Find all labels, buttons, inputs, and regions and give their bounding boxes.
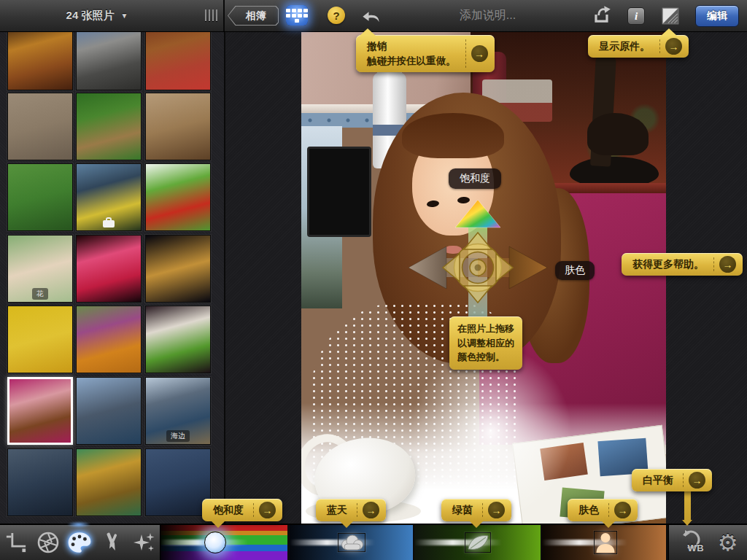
thumbnail-girl-portrait[interactable]: [7, 377, 73, 445]
drag-instruction-line3: 颜色控制。: [457, 350, 514, 365]
skin-tone-slider-thumb[interactable]: [594, 531, 617, 554]
effects-tool-button[interactable]: [130, 528, 158, 557]
thumbnail-window-flower[interactable]: [76, 163, 142, 231]
caption-field[interactable]: 添加说明...: [413, 0, 562, 31]
callout-next-button[interactable]: →: [665, 38, 682, 55]
thumbnail-grid: 花海边: [0, 31, 225, 524]
drag-instruction-line2: 以调整相应的: [457, 336, 514, 351]
thumbnail-green-tree[interactable]: [7, 163, 73, 231]
color-tool-button[interactable]: [66, 528, 93, 557]
photo-bangs: [402, 113, 504, 158]
callout-next-button[interactable]: →: [614, 502, 631, 518]
thumbnail-leaf-on-grass[interactable]: [76, 93, 142, 160]
thumbnail-grid-toggle-button[interactable]: [286, 5, 308, 26]
palette-icon: [66, 531, 93, 554]
thumbnail-sea-storm-clouds[interactable]: [76, 377, 142, 445]
slider-saturation[interactable]: [160, 525, 287, 560]
thumbnail-night-building[interactable]: [145, 235, 211, 303]
thumbnail-rocky-shore[interactable]: [7, 448, 73, 516]
thumbnail-red-leaves[interactable]: [145, 163, 211, 231]
bottom-toolbar: WB ⚙: [0, 524, 747, 560]
callout-next-button[interactable]: →: [719, 256, 736, 273]
white-balance-callout-stem: [684, 489, 691, 520]
callout-pointer: [469, 521, 484, 528]
undo-button[interactable]: [361, 6, 382, 25]
white-balance-button[interactable]: WB: [678, 529, 708, 556]
undo-callout: 撤销 触碰并按住以重做。 →: [356, 35, 495, 72]
show-original-callout-text: 显示原件。: [595, 39, 654, 53]
sidebar-resize-handle[interactable]: [204, 9, 218, 21]
brushes-tool-button[interactable]: [98, 528, 125, 557]
slider-skin-tone[interactable]: [542, 525, 666, 560]
brushes-icon: [99, 531, 124, 554]
cloud-icon: [338, 534, 365, 551]
leaf-icon: [465, 533, 490, 552]
greenery-slider-thumb[interactable]: [465, 532, 491, 553]
edit-button[interactable]: 编辑: [695, 5, 739, 27]
thumbnail-red-bus[interactable]: [145, 31, 211, 90]
top-toolbar: 24 张照片 ▼ 相簿 ? 添加说明... i: [0, 0, 747, 32]
crop-tool-button[interactable]: [2, 528, 30, 557]
back-to-albums-button[interactable]: 相簿: [228, 6, 279, 26]
thumbnail-lakeside[interactable]: 海边: [145, 377, 211, 445]
crop-icon: [5, 532, 27, 553]
drag-instruction-callout: 在照片上拖移 以调整相应的 颜色控制。: [449, 316, 522, 370]
thumbnail-yellow-flowers[interactable]: [7, 306, 73, 373]
show-original-button[interactable]: [660, 5, 681, 27]
thumbnail-mannequins[interactable]: [145, 93, 211, 160]
exposure-icon: [36, 531, 60, 554]
blue-sky-slider-thumb[interactable]: [338, 533, 365, 552]
show-original-callout: 显示原件。 →: [588, 35, 689, 58]
saturation-callout: 饱和度 →: [202, 499, 282, 521]
drag-compass-icon: [443, 233, 513, 303]
thumbnail-white-flower-vase[interactable]: [145, 306, 211, 373]
white-balance-callout: 白平衡 →: [632, 469, 712, 491]
iphoto-edit-screen: 24 张照片 ▼ 相簿 ? 添加说明... i: [0, 0, 747, 560]
thumbnail-storm-towers[interactable]: [145, 448, 211, 516]
thumbnail-flower-bud[interactable]: 花: [7, 235, 73, 303]
callout-next-button[interactable]: →: [488, 502, 505, 518]
photo-count-dropdown[interactable]: 24 张照片 ▼: [13, 0, 181, 31]
more-help-callout-text: 获得更多帮助。: [628, 257, 708, 271]
thumbnail-label: 海边: [166, 430, 190, 442]
thumbnail-pink-flower[interactable]: [76, 235, 142, 303]
saturation-callout-text: 饱和度: [209, 503, 248, 517]
thumbnail-stone-building[interactable]: [7, 93, 73, 160]
chevron-down-icon: ▼: [120, 12, 128, 20]
skin-arrow-head: [509, 246, 547, 289]
skin-tone-callout: 肤色 →: [568, 499, 638, 521]
info-button[interactable]: i: [627, 7, 645, 25]
thumbnail-flower-terraces[interactable]: [76, 306, 142, 373]
photo-count-label: 24 张照片: [66, 9, 115, 23]
tool-group: [0, 525, 160, 560]
callout-next-button[interactable]: →: [363, 502, 379, 518]
thumbnail-label: 花: [32, 288, 48, 300]
back-button-label: 相簿: [228, 7, 278, 25]
callout-next-button[interactable]: →: [471, 45, 488, 62]
thumbnail-samurai-armor[interactable]: [76, 448, 142, 516]
help-button[interactable]: ?: [328, 7, 345, 24]
slider-blue-sky[interactable]: [290, 525, 413, 560]
exposure-tool-button[interactable]: [34, 528, 62, 557]
show-original-icon: [660, 5, 681, 27]
left-arrow-head: [409, 246, 446, 289]
share-button[interactable]: [591, 4, 613, 26]
gear-icon[interactable]: ⚙: [718, 532, 738, 554]
white-balance-panel: WB ⚙: [668, 525, 747, 560]
callout-next-button[interactable]: →: [689, 472, 705, 489]
skin-tone-callout-text: 肤色: [574, 503, 603, 517]
greenery-callout: 绿茵 →: [441, 499, 511, 521]
callout-next-button[interactable]: →: [259, 502, 276, 518]
slider-greenery[interactable]: [414, 525, 541, 560]
thumbnail-blackbird[interactable]: [76, 31, 142, 90]
callout-pointer: [339, 521, 354, 528]
toolbar-divider: [223, 0, 225, 31]
blue-sky-callout: 蓝天 →: [316, 499, 386, 521]
thumbnail-bar-bottles[interactable]: [7, 31, 73, 90]
white-balance-label: WB: [687, 542, 704, 553]
saturation-slider-thumb[interactable]: [204, 532, 226, 553]
skin-overlay-label: 肤色: [555, 261, 595, 280]
photo-tv: [307, 147, 371, 237]
undo-icon: [361, 6, 382, 25]
callout-pointer: [661, 28, 677, 36]
